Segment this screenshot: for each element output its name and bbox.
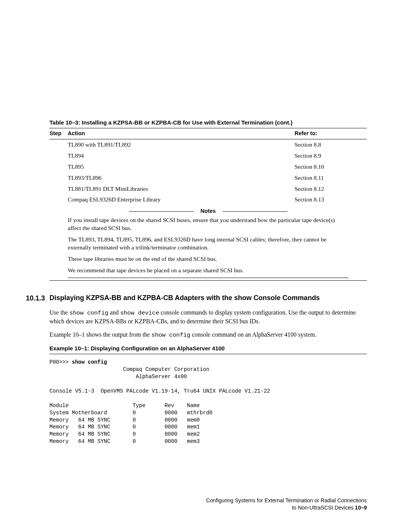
notes-rule-left: [129, 211, 194, 212]
page: Table 10–3: Installing a KZPSA-BB or KZP…: [0, 0, 411, 532]
table-header-row: Step Action Refer to:: [49, 128, 367, 139]
row-action: Compaq ESL9326D Enterprise Library: [68, 194, 295, 205]
example-block: Example 10–1: Displaying Configuration o…: [49, 345, 367, 445]
inline-command: show config: [151, 332, 190, 339]
col-action-header: Action: [68, 128, 295, 139]
row-refer: Section 8.10: [295, 161, 367, 173]
section-title: Displaying KZPSA-BB and KZPBA-CB Adapter…: [49, 294, 320, 303]
example-rule: [49, 354, 367, 354]
table-row: TL893/TL896Section 8.11: [49, 173, 367, 184]
row-refer: Section 8.13: [295, 194, 367, 205]
row-action: TL893/TL896: [68, 173, 295, 184]
notes-block: If you install tape devices on the share…: [68, 216, 349, 275]
row-action: TL881/TL891 DLT MiniLibraries: [68, 184, 295, 195]
section-number: 10.1.3: [26, 294, 49, 303]
page-footer: Configuring Systems for External Termina…: [206, 497, 367, 511]
table-row: TL881/TL891 DLT MiniLibrariesSection 8.1…: [49, 184, 367, 195]
notes-label: Notes: [201, 208, 216, 215]
section-body: Use the show config and show device cons…: [49, 308, 367, 339]
notes-heading: Notes: [49, 208, 367, 215]
section-heading: 10.1.3 Displaying KZPSA-BB and KZPBA-CB …: [26, 294, 367, 303]
table-row: TL890 with TL891/TL892Section 8.8: [49, 139, 367, 150]
page-number: 10–9: [355, 505, 367, 511]
console-prompt: P00>>>: [49, 359, 72, 365]
col-refer-header: Refer to:: [295, 128, 367, 139]
console-output: P00>>> show config Compaq Computer Corpo…: [49, 359, 367, 445]
table-row: TL895Section 8.10: [49, 161, 367, 173]
footer-line-2: to Non-UltraSCSI Devices 10–9: [206, 504, 367, 511]
col-step-header: Step: [49, 128, 68, 139]
body-paragraph: Use the show config and show device cons…: [49, 308, 367, 326]
notes-rule-bottom: [68, 278, 349, 278]
inline-command: show config: [69, 310, 108, 316]
row-action: TL894: [68, 150, 295, 161]
notes-paragraph: We recommend that tape devices be placed…: [68, 267, 349, 275]
console-text: Compaq Computer Corporation AlphaServer …: [49, 366, 270, 444]
notes-paragraph: These tape libraries must be on the end …: [68, 255, 349, 263]
row-action: TL895: [68, 161, 295, 173]
table-row: TL894Section 8.9: [49, 150, 367, 161]
row-refer: Section 8.9: [295, 150, 367, 161]
row-action: TL890 with TL891/TL892: [68, 139, 295, 150]
row-refer: Section 8.8: [295, 139, 367, 150]
footer-line-1: Configuring Systems for External Termina…: [206, 497, 367, 504]
notes-rule-right: [223, 211, 287, 212]
table-rule-bottom: [49, 280, 367, 281]
table-row: Compaq ESL9326D Enterprise LibrarySectio…: [49, 194, 367, 205]
row-refer: Section 8.11: [295, 173, 367, 184]
row-refer: Section 8.12: [295, 184, 367, 195]
inline-command: show device: [120, 310, 159, 316]
table-caption: Table 10–3: Installing a KZPSA-BB or KZP…: [49, 119, 367, 126]
example-caption: Example 10–1: Displaying Configuration o…: [49, 345, 367, 352]
content-area: Table 10–3: Installing a KZPSA-BB or KZP…: [49, 119, 367, 445]
install-table: Step Action Refer to: TL890 with TL891/T…: [49, 128, 367, 205]
console-command: show config: [72, 359, 107, 365]
notes-paragraph: If you install tape devices on the share…: [68, 216, 349, 232]
body-paragraph: Example 10–1 shows the output from the s…: [49, 331, 367, 339]
notes-paragraph: The TL893, TL894, TL895, TL896, and ESL9…: [68, 236, 349, 252]
